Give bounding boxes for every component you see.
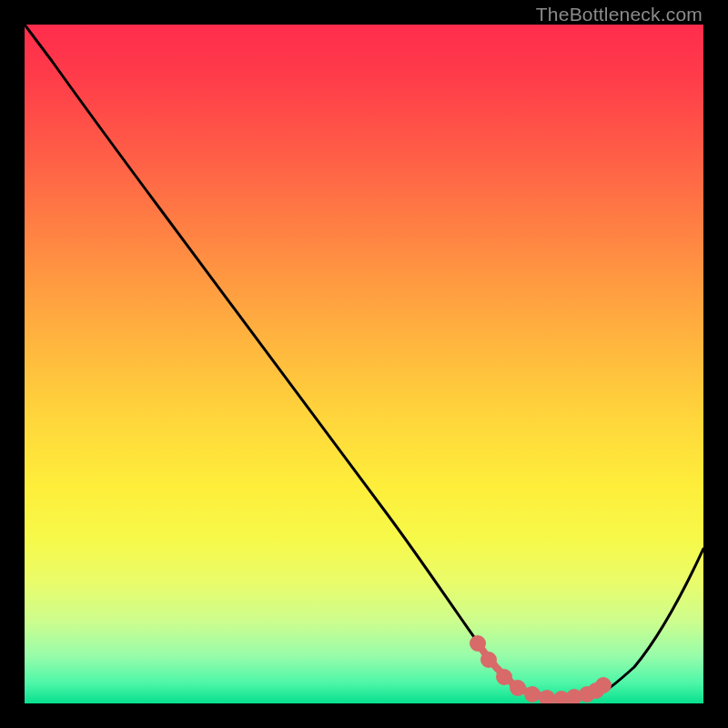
main-curve — [25, 25, 703, 699]
svg-point-3 — [513, 683, 522, 693]
svg-point-5 — [542, 693, 551, 703]
chart-frame: TheBottleneck.com — [0, 0, 728, 728]
svg-point-6 — [557, 694, 566, 703]
watermark-text: TheBottleneck.com — [536, 4, 703, 25]
svg-point-0 — [473, 639, 482, 648]
svg-point-4 — [528, 690, 537, 699]
chart-svg — [25, 25, 703, 703]
svg-point-2 — [500, 672, 509, 682]
svg-point-10 — [599, 681, 608, 690]
svg-point-1 — [484, 655, 493, 664]
marker-strip — [473, 639, 608, 703]
svg-point-7 — [570, 693, 579, 702]
plot-area — [25, 25, 703, 703]
